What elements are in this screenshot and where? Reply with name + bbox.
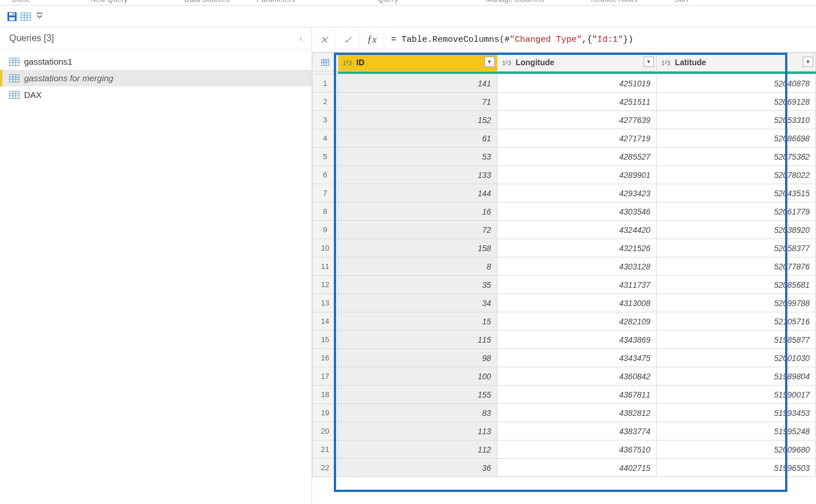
cell-longitude[interactable]: 4251511 <box>497 93 656 111</box>
row-number[interactable]: 22 <box>313 459 338 477</box>
row-number[interactable]: 1 <box>313 74 338 93</box>
cell-latitude[interactable]: 52043515 <box>656 184 815 203</box>
row-number[interactable]: 3 <box>313 111 338 129</box>
cell-latitude[interactable]: 52075382 <box>656 148 815 166</box>
cell-id[interactable]: 72 <box>338 221 497 239</box>
cell-id[interactable]: 35 <box>338 276 497 294</box>
column-header-longitude[interactable]: 1²3 Longitude ▼ <box>497 53 656 72</box>
cell-id[interactable]: 36 <box>338 459 497 477</box>
table-row[interactable]: 461427171952086698 <box>313 129 816 148</box>
row-number[interactable]: 16 <box>313 349 338 367</box>
cell-id[interactable]: 34 <box>338 294 497 312</box>
cell-latitude[interactable]: 52001030 <box>656 349 815 367</box>
cell-longitude[interactable]: 4360842 <box>497 367 656 386</box>
row-number[interactable]: 19 <box>313 404 338 422</box>
row-number[interactable]: 12 <box>313 276 338 294</box>
cell-id[interactable]: 98 <box>338 349 497 367</box>
formula-fx-icon[interactable]: ƒx <box>360 27 384 52</box>
cell-id[interactable]: 15 <box>338 312 497 331</box>
formula-accept-icon[interactable]: ✓ <box>336 27 360 52</box>
row-number[interactable]: 8 <box>313 203 338 221</box>
cell-latitude[interactable]: 52085681 <box>656 276 815 294</box>
row-number[interactable]: 7 <box>313 184 338 203</box>
row-number[interactable]: 5 <box>313 148 338 166</box>
table-row[interactable]: 1235431173752085681 <box>313 276 816 294</box>
table-row[interactable]: 271425151152069128 <box>313 93 816 111</box>
table-row[interactable]: 1698434347552001030 <box>313 349 816 367</box>
cell-longitude[interactable]: 4402715 <box>497 459 656 477</box>
cell-latitude[interactable]: 51993453 <box>656 404 815 422</box>
cell-longitude[interactable]: 4367811 <box>497 386 656 404</box>
cell-id[interactable]: 115 <box>338 331 497 349</box>
table-row[interactable]: 118430312852077876 <box>313 257 816 276</box>
row-number[interactable]: 21 <box>313 440 338 459</box>
cell-latitude[interactable]: 51989804 <box>656 367 815 386</box>
collapse-sidebar-icon[interactable]: ‹ <box>299 34 302 43</box>
formula-text[interactable]: = Table.RemoveColumns(#"Changed Type",{"… <box>384 27 816 52</box>
table-row[interactable]: 1141425101952040878 <box>313 74 816 93</box>
table-row[interactable]: 20113438377451995248 <box>313 422 816 440</box>
row-number[interactable]: 6 <box>313 166 338 184</box>
cell-longitude[interactable]: 4277639 <box>497 111 656 129</box>
cell-id[interactable]: 141 <box>338 74 497 93</box>
cell-latitude[interactable]: 51995248 <box>656 422 815 440</box>
table-row[interactable]: 3152427763952053310 <box>313 111 816 129</box>
row-number[interactable]: 11 <box>313 257 338 276</box>
table-row[interactable]: 816430354652061779 <box>313 203 816 221</box>
cell-latitude[interactable]: 51990017 <box>656 386 815 404</box>
query-item[interactable]: gasstations1 <box>0 53 312 70</box>
table-row[interactable]: 1334431300852099788 <box>313 294 816 312</box>
table-row[interactable]: 17100436084251989804 <box>313 367 816 386</box>
cell-id[interactable]: 8 <box>338 257 497 276</box>
cell-latitude[interactable]: 52077876 <box>656 257 815 276</box>
column-header-id[interactable]: 1²3 ID ▼ <box>338 53 497 72</box>
cell-id[interactable]: 133 <box>338 166 497 184</box>
table-row[interactable]: 18155436781151990017 <box>313 386 816 404</box>
query-item[interactable]: gasstations for merging <box>0 70 312 86</box>
cell-longitude[interactable]: 4303128 <box>497 257 656 276</box>
table-icon[interactable] <box>21 11 31 22</box>
cell-latitude[interactable]: 51996503 <box>656 459 815 477</box>
table-row[interactable]: 15115434386951985877 <box>313 331 816 349</box>
row-number[interactable]: 15 <box>313 331 338 349</box>
quick-access-customize-icon[interactable] <box>34 13 45 21</box>
cell-id[interactable]: 71 <box>338 93 497 111</box>
cell-id[interactable]: 158 <box>338 239 497 257</box>
save-icon[interactable] <box>7 11 17 22</box>
cell-longitude[interactable]: 4251019 <box>497 74 656 93</box>
table-row[interactable]: 1983438281251993453 <box>313 404 816 422</box>
cell-id[interactable]: 144 <box>338 184 497 203</box>
cell-id[interactable]: 83 <box>338 404 497 422</box>
cell-id[interactable]: 61 <box>338 129 497 148</box>
cell-latitude[interactable]: 51985877 <box>656 331 815 349</box>
table-row[interactable]: 7144429342352043515 <box>313 184 816 203</box>
cell-latitude[interactable]: 52061779 <box>656 203 815 221</box>
row-number[interactable]: 18 <box>313 386 338 404</box>
column-filter-dropdown-icon[interactable]: ▼ <box>803 57 813 67</box>
cell-longitude[interactable]: 4343869 <box>497 331 656 349</box>
table-row[interactable]: 2236440271551996503 <box>313 459 816 477</box>
cell-latitude[interactable]: 52009680 <box>656 440 815 459</box>
cell-latitude[interactable]: 52053310 <box>656 111 815 129</box>
row-number[interactable]: 14 <box>313 312 338 331</box>
cell-longitude[interactable]: 4313008 <box>497 294 656 312</box>
formula-cancel-icon[interactable]: ✕ <box>312 27 336 52</box>
cell-latitude[interactable]: 52069128 <box>656 93 815 111</box>
row-number[interactable]: 17 <box>313 367 338 386</box>
cell-id[interactable]: 53 <box>338 148 497 166</box>
column-header-latitude[interactable]: 1²3 Latitude ▼ <box>656 53 815 72</box>
cell-latitude[interactable]: 52040878 <box>656 74 815 93</box>
row-number[interactable]: 2 <box>313 93 338 111</box>
column-filter-dropdown-icon[interactable]: ▼ <box>484 57 495 67</box>
cell-longitude[interactable]: 4311737 <box>497 276 656 294</box>
table-row[interactable]: 972432442052038920 <box>313 221 816 239</box>
cell-longitude[interactable]: 4282109 <box>497 312 656 331</box>
cell-longitude[interactable]: 4383774 <box>497 422 656 440</box>
cell-latitude[interactable]: 52105716 <box>656 312 815 331</box>
cell-longitude[interactable]: 4293423 <box>497 184 656 203</box>
cell-longitude[interactable]: 4289901 <box>497 166 656 184</box>
column-filter-dropdown-icon[interactable]: ▼ <box>644 57 654 67</box>
row-number[interactable]: 20 <box>313 422 338 440</box>
cell-latitude[interactable]: 52086698 <box>656 129 815 148</box>
row-number[interactable]: 13 <box>313 294 338 312</box>
